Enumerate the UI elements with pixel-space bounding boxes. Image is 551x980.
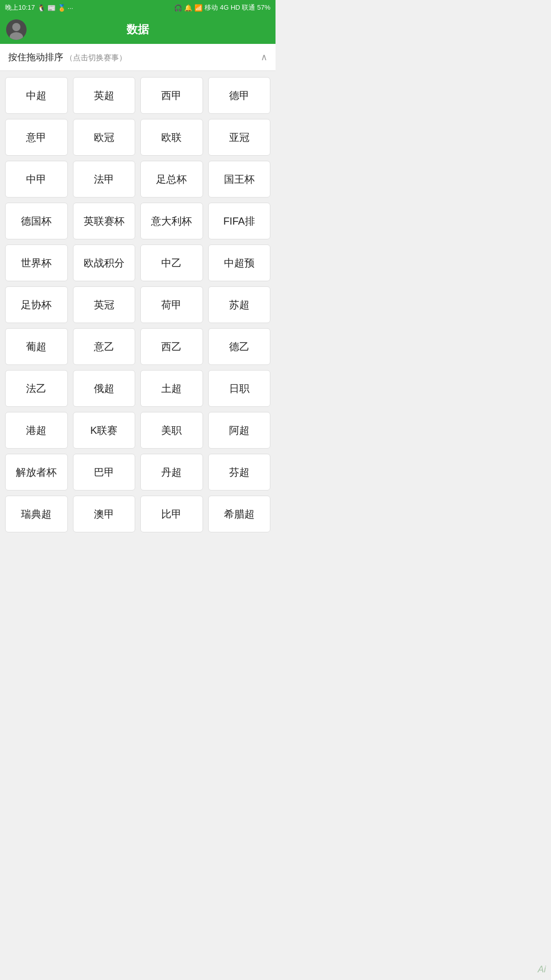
status-bar: 晚上10:17 🐧 📰 🏅 ··· 🎧 🔔 📶 移动 4G HD 联通 57%	[0, 0, 276, 15]
league-item[interactable]: 意大利杯	[140, 203, 203, 239]
league-item[interactable]: 中超	[5, 77, 68, 114]
league-item[interactable]: 苏超	[208, 286, 271, 323]
notification-icon: 🐧	[37, 4, 45, 12]
league-item[interactable]: 世界杯	[5, 244, 68, 281]
page-title: 数据	[127, 22, 149, 37]
ellipsis-icon: ···	[68, 4, 73, 12]
league-item[interactable]: 国王杯	[208, 161, 271, 198]
status-time: 晚上10:17 🐧 📰 🏅 ···	[5, 3, 73, 12]
league-item[interactable]: 意乙	[73, 328, 136, 365]
app-icon-2: 🏅	[58, 4, 66, 12]
league-grid: 中超英超西甲德甲意甲欧冠欧联亚冠中甲法甲足总杯国王杯德国杯英联赛杯意大利杯FIF…	[0, 71, 276, 538]
league-item[interactable]: 荷甲	[140, 286, 203, 323]
league-item[interactable]: 阿超	[208, 412, 271, 449]
league-item[interactable]: 德甲	[208, 77, 271, 114]
league-item[interactable]: 丹超	[140, 454, 203, 491]
avatar[interactable]	[6, 19, 27, 40]
alarm-icon: 🔔	[184, 4, 192, 12]
wifi-icon: 📶	[194, 4, 203, 12]
league-item[interactable]: 亚冠	[208, 119, 271, 156]
league-item[interactable]: 瑞典超	[5, 496, 68, 532]
league-item[interactable]: 澳甲	[73, 496, 136, 532]
sort-main-text: 按住拖动排序	[8, 52, 63, 62]
league-item[interactable]: 葡超	[5, 328, 68, 365]
league-item[interactable]: 美职	[140, 412, 203, 449]
league-item[interactable]: 西甲	[140, 77, 203, 114]
league-item[interactable]: 法乙	[5, 370, 68, 407]
app-icon-1: 📰	[47, 4, 56, 12]
league-item[interactable]: 希腊超	[208, 496, 271, 532]
league-item[interactable]: 中超预	[208, 244, 271, 281]
headphone-icon: 🎧	[174, 4, 182, 12]
league-item[interactable]: 日职	[208, 370, 271, 407]
league-item[interactable]: 法甲	[73, 161, 136, 198]
sort-sub-text: （点击切换赛事）	[65, 53, 127, 62]
league-item[interactable]: 欧战积分	[73, 244, 136, 281]
league-item[interactable]: 港超	[5, 412, 68, 449]
league-item[interactable]: 英联赛杯	[73, 203, 136, 239]
sort-bar-label: 按住拖动排序 （点击切换赛事）	[8, 51, 127, 63]
collapse-button[interactable]: ∧	[261, 52, 267, 63]
league-item[interactable]: 意甲	[5, 119, 68, 156]
league-item[interactable]: FIFA排	[208, 203, 271, 239]
league-item[interactable]: 巴甲	[73, 454, 136, 491]
league-item[interactable]: 英冠	[73, 286, 136, 323]
network-info: 移动 4G HD 联通 57%	[205, 3, 270, 12]
time-label: 晚上10:17	[5, 3, 35, 12]
league-item[interactable]: 德乙	[208, 328, 271, 365]
league-item[interactable]: 俄超	[73, 370, 136, 407]
league-item[interactable]: 比甲	[140, 496, 203, 532]
league-item[interactable]: 英超	[73, 77, 136, 114]
league-item[interactable]: 土超	[140, 370, 203, 407]
league-item[interactable]: 德国杯	[5, 203, 68, 239]
league-item[interactable]: K联赛	[73, 412, 136, 449]
league-item[interactable]: 中甲	[5, 161, 68, 198]
league-item[interactable]: 足协杯	[5, 286, 68, 323]
status-right: 🎧 🔔 📶 移动 4G HD 联通 57%	[174, 3, 270, 12]
sort-bar: 按住拖动排序 （点击切换赛事） ∧	[0, 44, 276, 71]
league-item[interactable]: 芬超	[208, 454, 271, 491]
league-item[interactable]: 欧联	[140, 119, 203, 156]
league-item[interactable]: 欧冠	[73, 119, 136, 156]
league-item[interactable]: 中乙	[140, 244, 203, 281]
app-header: 数据	[0, 15, 276, 44]
svg-point-1	[12, 23, 20, 31]
league-item[interactable]: 足总杯	[140, 161, 203, 198]
league-item[interactable]: 西乙	[140, 328, 203, 365]
league-item[interactable]: 解放者杯	[5, 454, 68, 491]
